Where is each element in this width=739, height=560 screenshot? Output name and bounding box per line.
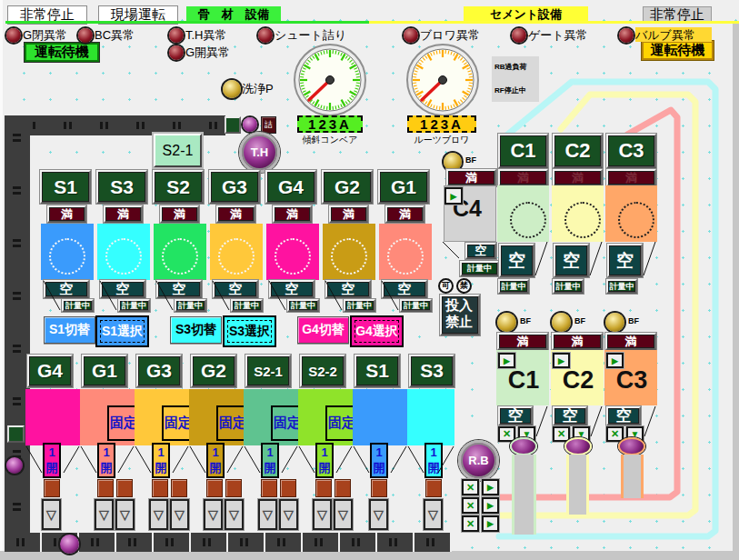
- th-hopper-lamp: T.H: [239, 132, 280, 173]
- wash-pump-label: 洗浄P: [242, 81, 274, 97]
- clog-indicator: 詰: [261, 116, 276, 134]
- bf-label: BF: [574, 316, 594, 327]
- rb-start-button[interactable]: ▶: [482, 479, 499, 495]
- silo-body-S3[interactable]: [407, 389, 454, 445]
- gate-open-button[interactable]: 1 開: [261, 443, 279, 478]
- silo-level-circle: [275, 238, 311, 275]
- empty-indicator: 空: [213, 280, 258, 298]
- aggregate-underline: [5, 21, 369, 24]
- gate-actuator: [44, 479, 60, 497]
- silo-label-G2: G2: [191, 355, 236, 387]
- bf-lamp: [497, 313, 516, 332]
- g4-select-button[interactable]: G4選択: [350, 315, 404, 347]
- gate-down-button[interactable]: ▽: [279, 499, 298, 530]
- rb-stop-button[interactable]: ✕: [462, 497, 479, 514]
- s1-select-button[interactable]: S1選択: [95, 315, 149, 347]
- weighing-indicator: 計量中: [606, 279, 637, 294]
- feed-start-button[interactable]: ▶: [498, 353, 515, 368]
- silo-level-circle: [218, 238, 255, 275]
- full-indicator: 満: [273, 205, 312, 223]
- rb-start-button[interactable]: ▶: [482, 497, 499, 514]
- gate-down-button[interactable]: ▽: [149, 499, 168, 530]
- gate-open-button[interactable]: 1 開: [152, 443, 170, 478]
- gate-down-button[interactable]: ▽: [115, 499, 135, 530]
- rb-start-button[interactable]: ▶: [482, 515, 499, 532]
- s1-switch-button[interactable]: S1切替: [44, 316, 95, 344]
- gate-actuator: [171, 479, 187, 497]
- top-conveyor: [16, 115, 225, 135]
- discharge-duct: [621, 455, 644, 498]
- gate-open-button[interactable]: 1 開: [315, 443, 334, 478]
- empty-indicator: 空: [554, 244, 589, 277]
- gate-open-button[interactable]: 1 開: [206, 443, 225, 478]
- silo-label-C2: C2: [553, 134, 603, 168]
- silo-body-S1[interactable]: [353, 389, 407, 445]
- s2-1-select-button[interactable]: S2-1: [154, 134, 202, 167]
- g4-switch-button[interactable]: G4切替: [297, 316, 349, 344]
- gate-open-button[interactable]: 1 開: [370, 443, 388, 478]
- bf-lamp: [605, 313, 624, 332]
- gate-down-button[interactable]: ▽: [369, 499, 388, 530]
- gate-down-button[interactable]: ▽: [95, 499, 114, 530]
- rotary-valve: [618, 437, 645, 455]
- charge-forbid-box: 投入 禁止: [440, 295, 480, 335]
- rb-overload-text: RB過負荷: [494, 62, 527, 72]
- gate-down-button[interactable]: ▽: [334, 499, 353, 530]
- gate-actuator: [425, 479, 442, 497]
- gate-down-button[interactable]: ▽: [313, 499, 332, 530]
- full-indicator: 満: [606, 169, 656, 186]
- alarm-lamp: [619, 28, 634, 43]
- rotary-valve: [510, 437, 537, 455]
- full-indicator: 満: [385, 205, 424, 223]
- full-indicator: 満: [552, 333, 603, 350]
- silo-body-G4[interactable]: [25, 389, 80, 445]
- rb-stop-button[interactable]: ✕: [462, 515, 479, 532]
- gate-down-button[interactable]: ▽: [42, 499, 61, 530]
- gate-down-button[interactable]: ▽: [204, 499, 223, 530]
- charge-forbid-line2: 禁止: [442, 314, 476, 331]
- silo-label-C1: C1: [498, 134, 548, 168]
- alarm-lamp: [512, 28, 526, 43]
- empty-indicator: 空: [44, 280, 89, 298]
- alarm-label: G開異常: [185, 45, 249, 59]
- s3-switch-button[interactable]: S3切替: [170, 316, 222, 344]
- full-indicator: 満: [498, 169, 548, 186]
- silo-label-G2: G2: [322, 170, 373, 204]
- alarm-lamp: [78, 28, 93, 43]
- feed-start-button[interactable]: ▶: [553, 353, 570, 368]
- rb-stop-button[interactable]: ✕: [462, 479, 479, 495]
- weighing-indicator: 計量中: [498, 279, 529, 294]
- alarm-lamp: [6, 28, 21, 43]
- full-indicator: 満: [216, 205, 255, 223]
- gate-down-button[interactable]: ▽: [424, 499, 443, 530]
- alarm-label: ブロワ異常: [420, 27, 498, 42]
- silo-level-circle: [510, 202, 546, 238]
- aggregate-standby-badge: 運転待機: [25, 43, 99, 62]
- empty-indicator: 空: [606, 406, 641, 425]
- empty-indicator: 空: [325, 280, 371, 298]
- conveyor-run-button[interactable]: [225, 116, 241, 134]
- gate-open-button[interactable]: 1 開: [424, 443, 443, 478]
- blower-caption: ルーツブロワ: [404, 134, 480, 145]
- weighing-indicator: 計量中: [231, 299, 263, 312]
- silo-label-G1: G1: [82, 355, 127, 387]
- gate-down-button[interactable]: ▽: [258, 499, 277, 530]
- gate-open-button[interactable]: 1 開: [43, 443, 61, 478]
- rb-scale-lamp: R.B: [458, 440, 499, 481]
- weighing-indicator: 計量中: [344, 299, 375, 312]
- full-indicator: 満: [497, 333, 548, 350]
- s3-select-button[interactable]: S3選択: [223, 315, 276, 347]
- gate-actuator: [116, 479, 133, 497]
- belt-run-button[interactable]: [7, 425, 25, 443]
- conveyor-belt-marks: [18, 122, 224, 129]
- cement-underline: [369, 21, 739, 24]
- rotary-valve: [564, 437, 592, 455]
- feed-start-button[interactable]: ▶: [606, 353, 624, 368]
- empty-indicator: 空: [100, 280, 145, 298]
- gate-down-button[interactable]: ▽: [225, 499, 244, 530]
- gate-open-button[interactable]: 1 開: [97, 443, 115, 478]
- full-indicator: 満: [446, 169, 496, 186]
- feed-start-button[interactable]: ▶: [444, 187, 463, 205]
- silo-label-S3: S3: [409, 355, 454, 387]
- gate-down-button[interactable]: ▽: [170, 499, 189, 530]
